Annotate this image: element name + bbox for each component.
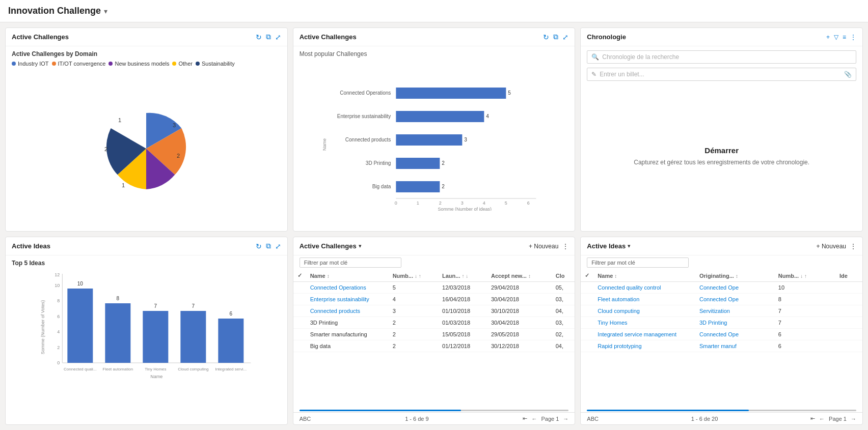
ideas-chevron-icon[interactable]: ▾: [628, 243, 631, 249]
row-num: 7: [774, 317, 835, 329]
row-check: [581, 305, 593, 317]
ideas-col-name[interactable]: Name ↕: [593, 270, 695, 282]
row-name[interactable]: Connected quality control: [593, 282, 695, 294]
refresh-icon-ideas[interactable]: ↻: [256, 242, 262, 250]
ideas-scrollbar[interactable]: [587, 410, 856, 411]
legend-dot-other: [172, 62, 176, 66]
ideas-next-page-icon[interactable]: →: [851, 416, 856, 422]
challenges-more-icon[interactable]: ⋮: [562, 243, 568, 250]
refresh-icon[interactable]: ↻: [256, 33, 262, 41]
row-name[interactable]: Fleet automation: [593, 294, 695, 305]
row-origin[interactable]: Connected Ope: [695, 282, 774, 294]
row-origin[interactable]: Connected Ope: [695, 329, 774, 340]
row-name[interactable]: Rapid prototyping: [593, 340, 695, 352]
row-close: 02,: [552, 329, 575, 340]
x-tick-0: 0: [394, 200, 397, 206]
row-check: [581, 282, 593, 294]
row-num: 7: [774, 305, 835, 317]
card-body-bar: Most popular Challenges Connected Operat…: [293, 46, 575, 231]
active-ideas-table-card: Active Ideas ▾ + Nouveau ⋮ Filtrer par m…: [580, 237, 863, 425]
ideas-first-page-icon[interactable]: ⇤: [810, 415, 815, 422]
dashboard: Active Challenges ↻ ⧉ ⤢ Active Challenge…: [0, 22, 868, 430]
row-launch: 01/10/2018: [438, 305, 487, 317]
ideas-ytick-4: 4: [57, 329, 60, 334]
expand-icon-bar[interactable]: ⤢: [562, 33, 568, 41]
copy-icon-ideas[interactable]: ⧉: [266, 242, 271, 250]
row-origin[interactable]: Smarter manuf: [695, 340, 774, 352]
ideas-more-icon[interactable]: ⋮: [850, 243, 856, 250]
col-name[interactable]: Name ↕: [306, 270, 389, 282]
ideas-col-origin[interactable]: Originating... ↕: [695, 270, 774, 282]
challenges-filter-box[interactable]: Filtrer par mot clé: [300, 257, 401, 268]
ideas-ytick-6: 6: [57, 314, 60, 319]
ideas-col-num[interactable]: Numb... ↓ ↑: [774, 270, 835, 282]
challenges-chevron-icon[interactable]: ▾: [359, 243, 362, 249]
ideas-barx-5: Integrated servi...: [215, 367, 247, 371]
row-name[interactable]: Tiny Homes: [593, 317, 695, 329]
bar-chart: Connected Operations Enterprise sustaina…: [300, 62, 569, 227]
row-ide: [835, 305, 862, 317]
prev-page-icon[interactable]: ←: [531, 416, 537, 422]
pie-chart-svg: 3 2 1 2: [90, 98, 202, 199]
challenges-footer-abc: ABC: [300, 416, 311, 422]
table-row: Smarter manufacturing 2 15/05/2018 29/05…: [293, 329, 575, 340]
legend-label-itot: IT/OT convergence: [58, 61, 106, 67]
row-origin[interactable]: 3D Printing: [695, 317, 774, 329]
header-chevron-icon[interactable]: ▾: [104, 7, 107, 15]
row-close: 03,: [552, 294, 575, 305]
copy-icon-bar[interactable]: ⧉: [553, 33, 558, 41]
ideas-filter-box[interactable]: Filtrer par mot clé: [587, 257, 689, 268]
row-accept: 30/12/2018: [487, 340, 552, 352]
refresh-icon-bar[interactable]: ↻: [543, 33, 549, 41]
legend-label-other: Other: [178, 61, 193, 67]
challenges-table-actions: + Nouveau ⋮: [529, 243, 568, 250]
row-launch: 16/04/2018: [438, 294, 487, 305]
ideas-y-label: Somme (Number of Votes): [40, 300, 45, 355]
filter-icon[interactable]: ▽: [834, 34, 838, 41]
col-accept[interactable]: Accept new... ↕: [487, 270, 552, 282]
view-icon[interactable]: ≡: [843, 34, 846, 41]
col-num[interactable]: Numb... ↓ ↑: [389, 270, 438, 282]
challenges-new-button[interactable]: + Nouveau: [529, 243, 558, 250]
row-num: 6: [774, 340, 835, 352]
row-accept: 30/10/2018: [487, 305, 552, 317]
more-icon[interactable]: ⋮: [850, 34, 856, 41]
pie-label-1: 1: [118, 117, 121, 123]
pie-label-itot: 2: [177, 153, 180, 159]
card-body-pie: Active Challenges by Domain Industry IOT…: [6, 46, 287, 231]
row-name[interactable]: Cloud computing: [593, 305, 695, 317]
ideas-prev-page-icon[interactable]: ←: [819, 416, 825, 422]
ideas-bar-chart: Somme (Number of Votes) 0 2 4 6 8 10 12: [12, 269, 281, 420]
challenges-footer-pages: 1 - 6 de 9: [405, 416, 428, 422]
chronologie-header: Chronologie + ▽ ≡ ⋮: [581, 28, 862, 46]
expand-icon[interactable]: ⤢: [275, 33, 281, 41]
page-label: Page 1: [541, 416, 559, 422]
copy-icon[interactable]: ⧉: [266, 33, 271, 41]
row-name[interactable]: Connected Operations: [306, 282, 389, 294]
row-name[interactable]: Connected products: [306, 305, 389, 317]
x-tick-5: 5: [504, 200, 507, 206]
pie-chart-container: 3 2 1 2: [12, 70, 281, 227]
challenges-scrollbar[interactable]: [300, 410, 569, 411]
ideas-new-button[interactable]: + Nouveau: [817, 243, 846, 250]
row-origin[interactable]: Connected Ope: [695, 294, 774, 305]
row-ide: [835, 340, 862, 352]
chronologie-card: Chronologie + ▽ ≡ ⋮ 🔍 Chronologie de la …: [580, 27, 863, 232]
col-launch[interactable]: Laun... ↑ ↓: [438, 270, 487, 282]
row-name[interactable]: Enterprise sustainability: [306, 294, 389, 305]
next-page-icon[interactable]: →: [563, 416, 568, 422]
first-page-icon[interactable]: ⇤: [523, 415, 527, 422]
row-origin[interactable]: Servitization: [695, 305, 774, 317]
expand-icon-ideas[interactable]: ⤢: [275, 242, 281, 250]
chronologie-input-box[interactable]: ✎ Entrer un billet... 📎: [587, 68, 856, 81]
legend-label-industry: Industry IOT: [18, 61, 49, 67]
row-accept: 29/05/2018: [487, 329, 552, 340]
bar-val-3: 3: [464, 137, 467, 142]
ideas-subtitle: Top 5 Ideas: [12, 260, 281, 267]
challenges-table-header-row: ✓ Name ↕ Numb... ↓ ↑ Laun... ↑ ↓ Accept …: [293, 270, 575, 282]
ideas-col-ide[interactable]: Ide: [835, 270, 862, 282]
attachment-icon[interactable]: 📎: [844, 71, 852, 78]
add-icon[interactable]: +: [826, 34, 830, 41]
col-close[interactable]: Clo: [552, 270, 575, 282]
row-name[interactable]: Integrated service management: [593, 329, 695, 340]
